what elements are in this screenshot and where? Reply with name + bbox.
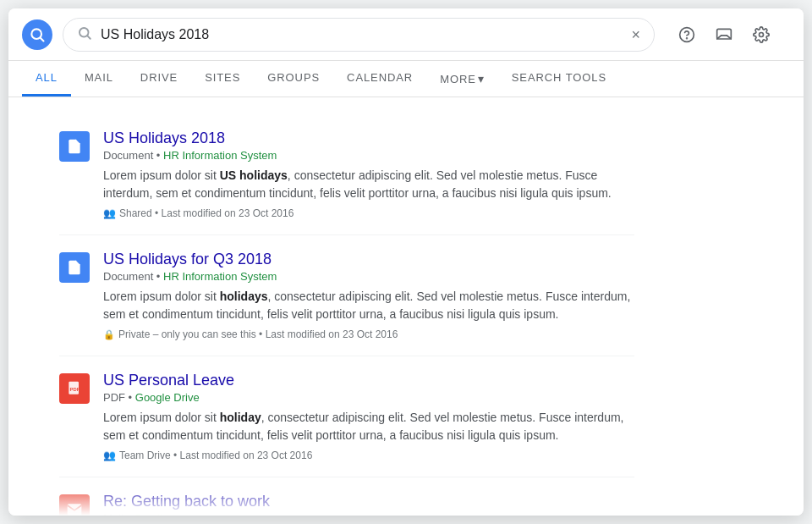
- main-content: US Holidays 2018 Document • HR Informati…: [8, 97, 804, 516]
- result-source-link[interactable]: Gmail: [134, 512, 162, 516]
- result-source-link[interactable]: Google Drive: [135, 391, 200, 404]
- result-meta: 👥 Team Drive • Last modified on 23 Oct 2…: [103, 450, 634, 461]
- result-meta: 👥 Shared • Last modified on 23 Oct 2016: [103, 207, 634, 219]
- result-snippet: Lorem ipsum dolor sit holiday, consectet…: [103, 409, 634, 444]
- svg-point-5: [687, 37, 688, 38]
- tab-mail[interactable]: MAIL: [71, 61, 127, 97]
- tab-groups[interactable]: GROUPS: [254, 61, 333, 97]
- result-body: US Holidays 2018 Document • HR Informati…: [103, 130, 634, 219]
- result-icon-doc: [59, 252, 90, 283]
- shared-icon: 👥: [103, 207, 116, 219]
- svg-text:PDF: PDF: [70, 387, 80, 392]
- settings-button[interactable]: [746, 19, 776, 50]
- result-icon-pdf: PDF: [59, 373, 90, 404]
- search-input[interactable]: [101, 27, 623, 42]
- result-title[interactable]: US Holidays for Q3 2018: [103, 251, 634, 268]
- result-title[interactable]: Re: Getting back to work: [103, 493, 634, 510]
- results-list: US Holidays 2018 Document • HR Informati…: [59, 114, 634, 516]
- app-window: ×: [8, 8, 804, 516]
- result-source: Document • HR Information System: [103, 270, 634, 283]
- tab-all[interactable]: ALL: [22, 61, 71, 97]
- result-title[interactable]: US Holidays 2018: [103, 130, 634, 147]
- help-button[interactable]: [672, 19, 702, 50]
- result-icon-mail: [59, 494, 90, 516]
- result-body: Re: Getting back to work Mail • Gmail Lo…: [103, 493, 634, 516]
- tab-search-tools[interactable]: SEARCH TOOLS: [498, 61, 620, 97]
- team-drive-icon: 👥: [103, 450, 116, 461]
- svg-point-8: [760, 32, 764, 36]
- result-snippet: Lorem ipsum dolor sit holidays, consecte…: [103, 288, 634, 323]
- result-icon-doc: [59, 131, 90, 162]
- result-item: PDF US Personal Leave PDF • Google Drive…: [59, 356, 634, 477]
- more-label: MORE: [440, 73, 476, 85]
- app-logo: [22, 19, 52, 50]
- result-source-link[interactable]: HR Information System: [163, 149, 277, 162]
- svg-line-3: [87, 36, 90, 38]
- search-icon: [77, 25, 92, 44]
- more-chevron-icon: ▾: [478, 72, 485, 85]
- search-bar: ×: [63, 18, 655, 52]
- result-item: US Holidays 2018 Document • HR Informati…: [59, 114, 634, 235]
- feedback-button[interactable]: [709, 19, 739, 50]
- result-meta: 🔒 Private – only you can see this • Last…: [103, 328, 634, 340]
- tab-sites[interactable]: SITES: [191, 61, 254, 97]
- lock-icon: 🔒: [103, 329, 115, 340]
- top-icons: [672, 19, 776, 50]
- search-clear-button[interactable]: ×: [631, 27, 640, 42]
- tab-more[interactable]: MORE ▾: [426, 62, 498, 96]
- svg-line-1: [41, 37, 44, 41]
- result-snippet: Lorem ipsum dolor sit US holidays, conse…: [103, 167, 634, 202]
- result-title[interactable]: US Personal Leave: [103, 372, 634, 389]
- result-source: Mail • Gmail: [103, 512, 634, 516]
- nav-tabs: ALL MAIL DRIVE SITES GROUPS CALENDAR MOR…: [8, 61, 804, 97]
- result-item: US Holidays for Q3 2018 Document • HR In…: [59, 235, 634, 356]
- result-body: US Holidays for Q3 2018 Document • HR In…: [103, 251, 634, 340]
- top-bar: ×: [8, 8, 804, 61]
- result-source-link[interactable]: HR Information System: [163, 270, 277, 283]
- result-body: US Personal Leave PDF • Google Drive Lor…: [103, 372, 634, 461]
- result-item: Re: Getting back to work Mail • Gmail Lo…: [59, 477, 634, 516]
- result-source: Document • HR Information System: [103, 149, 634, 162]
- tab-calendar[interactable]: CALENDAR: [333, 61, 426, 97]
- result-source: PDF • Google Drive: [103, 391, 634, 404]
- tab-drive[interactable]: DRIVE: [127, 61, 191, 97]
